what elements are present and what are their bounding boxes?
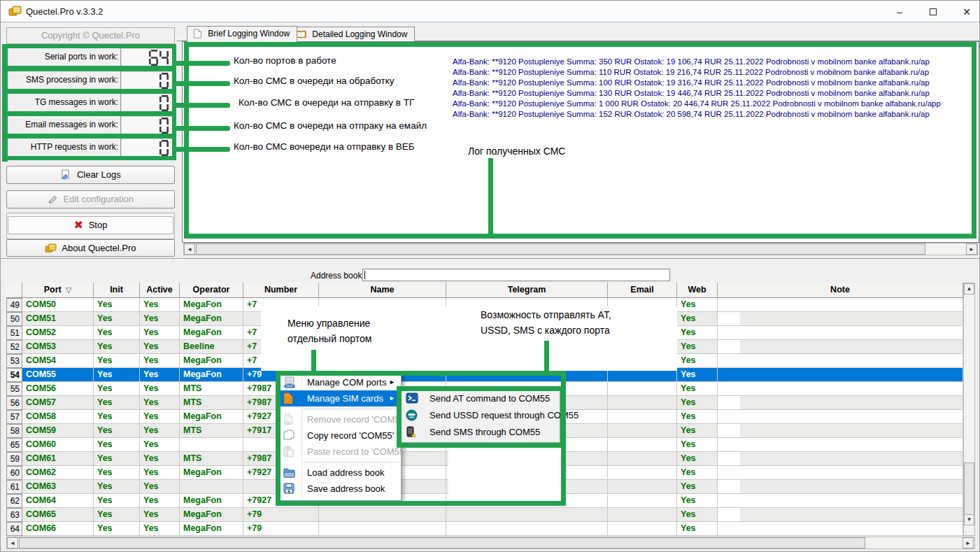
cell-web: Yes: [677, 494, 718, 508]
stat-row-4: HTTP requests in work:: [8, 138, 174, 157]
cell-port: COM65: [22, 508, 94, 522]
cell-init: Yes: [94, 466, 140, 480]
tab-detailed-logging[interactable]: Detailed Logging Window: [290, 27, 415, 42]
submenu-item-send-sms-through-com55[interactable]: Send SMS through COM55: [402, 424, 560, 441]
menu-item-copy-record-com55-[interactable]: Copy record 'COM55': [279, 427, 401, 444]
column-header-name[interactable]: Name: [319, 283, 446, 298]
maximize-button[interactable]: [923, 5, 944, 19]
annotation-backdrop-2: [448, 446, 561, 502]
note-field[interactable]: [740, 368, 963, 381]
submenu-item-send-ussd-request-through-com55[interactable]: Send USSD request through COM55: [402, 407, 560, 424]
stat-lcd-display-0: [120, 48, 173, 66]
cell-email: [608, 424, 677, 438]
menu-item-remove-record-com55-[interactable]: Remove record 'COM55': [279, 411, 401, 427]
cell-active: Yes: [140, 424, 180, 438]
cell-active: Yes: [140, 480, 180, 494]
cell-email: [608, 382, 677, 396]
note-field[interactable]: [740, 354, 963, 367]
about-button[interactable]: About Quectel.Pro: [6, 239, 175, 257]
log-line: Alfa-Bank: **9120 Postupleniye Summa: 1 …: [453, 99, 941, 109]
cell-active: Yes: [140, 522, 180, 536]
note-field[interactable]: [740, 466, 963, 479]
table-hscroll-thumb[interactable]: [19, 537, 865, 549]
menu-item-load-address-book[interactable]: Load address book: [279, 465, 401, 481]
clear-logs-button[interactable]: Clear Logs: [6, 166, 175, 184]
tab-brief-logging[interactable]: Brief Logging Window: [187, 26, 297, 42]
cell-email: [608, 522, 677, 536]
close-button[interactable]: ✕: [956, 5, 977, 19]
row-number: 60: [6, 466, 22, 480]
note-field[interactable]: [740, 480, 963, 493]
note-field[interactable]: [740, 522, 963, 535]
cell-note: [718, 354, 963, 368]
table-vscroll-up-arrow[interactable]: ▲: [964, 283, 974, 295]
cell-operator: [180, 438, 243, 452]
note-field[interactable]: [740, 396, 963, 409]
column-header-operator[interactable]: Operator: [180, 283, 243, 298]
note-field[interactable]: [740, 438, 963, 451]
cell-note: [718, 312, 963, 326]
edit-configuration-button[interactable]: Edit configuration: [6, 190, 175, 208]
cell-port: COM61: [22, 452, 94, 466]
note-field[interactable]: [740, 424, 963, 437]
note-field[interactable]: [740, 382, 963, 395]
table-vscroll-thumb[interactable]: [964, 462, 974, 517]
log-hscroll-thumb[interactable]: [196, 243, 925, 255]
table-hscroll-left-arrow[interactable]: ◄: [7, 537, 18, 549]
note-field[interactable]: [740, 494, 963, 507]
table-vscroll-down-arrow[interactable]: ▼: [964, 514, 974, 525]
column-header-active[interactable]: Active: [140, 283, 180, 298]
cell-active: Yes: [140, 494, 180, 508]
cell-email: [608, 452, 677, 466]
note-field[interactable]: [740, 298, 963, 311]
menu-item-manage-com-ports[interactable]: Manage COM ports►: [279, 374, 401, 390]
com-ports-icon: [283, 376, 296, 388]
note-field[interactable]: [740, 326, 963, 339]
menu-separator: [303, 462, 399, 462]
cell-web: Yes: [677, 410, 718, 424]
menu-item-paste-record-to-com55-[interactable]: Paste record to 'COM55': [279, 444, 401, 460]
note-field[interactable]: [740, 508, 963, 521]
log-hscroll-left-arrow[interactable]: ◄: [184, 243, 195, 255]
column-header-email[interactable]: Email: [608, 283, 677, 298]
table-hscroll-right-arrow[interactable]: ►: [963, 537, 974, 549]
column-header-web[interactable]: Web: [677, 283, 718, 298]
paste-record-icon: [283, 446, 296, 458]
address-book-search-input[interactable]: [362, 269, 670, 281]
maximize-icon: [930, 8, 937, 15]
menu-item-label: Save address book: [307, 481, 385, 497]
menu-item-manage-sim-cards[interactable]: Manage SIM cards►: [279, 390, 401, 406]
cell-operator: MegaFon: [180, 368, 243, 382]
cell-port: COM50: [22, 298, 94, 312]
log-hscroll-right-arrow[interactable]: ►: [966, 243, 977, 255]
note-field[interactable]: [740, 410, 963, 423]
note-field[interactable]: [740, 340, 963, 353]
cell-note: [718, 298, 963, 312]
column-header-note[interactable]: Note: [718, 283, 963, 298]
minimize-button[interactable]: –: [889, 5, 910, 19]
column-header-label: Number: [264, 285, 297, 295]
cell-port: COM63: [22, 480, 94, 494]
cell-web: Yes: [677, 312, 718, 326]
header-corner: [6, 283, 22, 298]
stat-row-2: TG messages in work:: [8, 93, 174, 112]
table-row[interactable]: 64COM66YesYesMegaFon+79Yes: [6, 522, 963, 536]
column-header-number[interactable]: Number: [243, 283, 319, 298]
stop-button[interactable]: ✖ Stop: [8, 216, 173, 234]
column-header-init[interactable]: Init: [94, 283, 140, 298]
ussd-icon: [406, 409, 418, 421]
cell-web: Yes: [677, 508, 718, 522]
note-field[interactable]: [740, 312, 963, 325]
cell-operator: MTS: [180, 382, 243, 396]
table-row[interactable]: 63COM65YesYesMegaFon+79Yes: [6, 508, 963, 522]
sort-icon: ▽: [66, 285, 71, 294]
submenu-item-send-at-command-to-com55[interactable]: Send AT command to COM55: [402, 390, 560, 407]
cell-web: Yes: [677, 466, 718, 480]
cell-init: Yes: [94, 396, 140, 410]
column-header-port[interactable]: Port▽: [22, 283, 94, 298]
menu-item-save-address-book[interactable]: Save address book: [279, 481, 401, 497]
column-header-telegram[interactable]: Telegram: [446, 283, 608, 298]
note-field[interactable]: [740, 452, 963, 465]
copy-record-icon: [283, 430, 296, 441]
cell-init: Yes: [94, 424, 140, 438]
